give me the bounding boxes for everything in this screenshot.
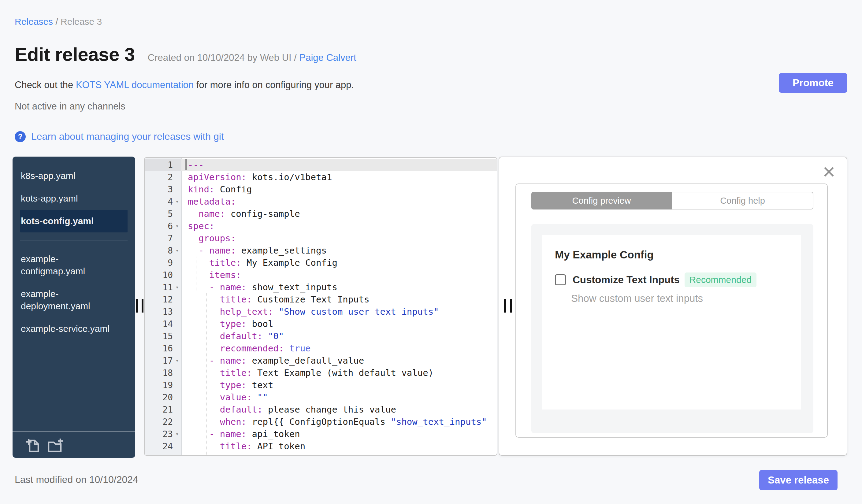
config-preview-panel: Config previewConfig help My Example Con…	[499, 157, 847, 456]
line-number: 14	[145, 318, 181, 330]
sidebar-bottom-bar	[13, 432, 135, 458]
line-number: 4▾	[145, 196, 181, 208]
doc-prefix: Check out the	[15, 80, 76, 90]
tab-config-help[interactable]: Config help	[672, 192, 813, 210]
code-line-2: apiVersion: kots.io/v1beta1	[188, 171, 332, 183]
code-line-22: when: repl{{ ConfigOptionEquals "show_te…	[188, 416, 487, 428]
add-file-icon[interactable]	[25, 437, 39, 453]
fold-arrow-icon[interactable]: ▾	[173, 431, 181, 437]
code-line-17: - name: example_default_value	[188, 355, 364, 367]
code-line-7: groups:	[188, 232, 236, 244]
panel-resize-handle[interactable]	[504, 299, 512, 313]
sidebar-item-k8s-app.yaml[interactable]: k8s-app.yaml	[20, 164, 113, 187]
code-line-20: value: ""	[188, 391, 268, 403]
last-modified-text: Last modified on 10/10/2024	[15, 474, 138, 485]
code-line-18: title: Text Example (with default value)	[188, 367, 433, 379]
line-number: 21	[145, 403, 181, 416]
sidebar-item-example-configmap.yaml[interactable]: example-configmap.yaml	[20, 248, 113, 282]
config-group-title: My Example Config	[555, 249, 654, 261]
question-mark-icon: ?	[15, 131, 26, 142]
line-number: 12	[145, 293, 181, 306]
fold-arrow-icon[interactable]: ▾	[173, 248, 181, 253]
promote-button[interactable]: Promote	[779, 73, 847, 93]
code-line-15: default: "0"	[188, 330, 284, 342]
code-line-4: metadata:	[188, 196, 236, 208]
sidebar-item-kots-config.yaml[interactable]: kots-config.yaml	[20, 210, 128, 233]
config-preview-area: My Example Config Customize Text Inputs …	[531, 224, 813, 433]
add-folder-icon[interactable]	[48, 437, 63, 453]
doc-suffix: for more info on configuring your app.	[194, 80, 354, 90]
code-line-11: - name: show_text_inputs	[188, 281, 337, 293]
code-line-24: title: API token	[188, 440, 305, 452]
code-line-10: items:	[188, 269, 241, 281]
fold-arrow-icon[interactable]: ▾	[173, 284, 181, 290]
tab-config-preview[interactable]: Config preview	[531, 192, 672, 210]
code-line-1: ---	[188, 159, 204, 171]
line-number: 15	[145, 330, 181, 342]
sidebar-item-kots-app.yaml[interactable]: kots-app.yaml	[20, 187, 113, 210]
sidebar-item-example-deployment.yaml[interactable]: example-deployment.yaml	[20, 282, 113, 317]
line-number: 17▾	[145, 355, 181, 367]
breadcrumb: Releases / Release 3	[15, 16, 102, 27]
line-number: 9	[145, 256, 181, 269]
code-line-19: type: text	[188, 379, 273, 391]
code-line-13: help_text: "Show custom user text inputs…	[188, 306, 439, 318]
line-number: 7	[145, 232, 181, 244]
code-line-8: - name: example_settings	[188, 244, 327, 256]
recommended-badge: Recommended	[684, 273, 756, 287]
config-item-help-text: Show custom user text inputs	[571, 293, 703, 304]
line-number: 25	[145, 452, 181, 456]
customize-text-inputs-checkbox[interactable]	[555, 274, 566, 285]
preview-card: Config previewConfig help My Example Con…	[515, 184, 828, 438]
code-line-14: type: bool	[188, 318, 273, 330]
line-number: 10	[145, 269, 181, 281]
line-number: 11▾	[145, 281, 181, 293]
config-item-row: Customize Text Inputs Recommended	[555, 273, 756, 287]
close-icon[interactable]	[823, 167, 835, 177]
doc-line: Check out the KOTS YAML documentation fo…	[15, 80, 354, 91]
sidebar-item-example-service.yaml[interactable]: example-service.yaml	[20, 317, 113, 340]
git-releases-link[interactable]: Learn about managing your releases with …	[31, 131, 224, 142]
kots-yaml-doc-link[interactable]: KOTS YAML documentation	[76, 80, 194, 90]
line-number: 22	[145, 416, 181, 428]
created-author-link[interactable]: Paige Calvert	[299, 52, 356, 63]
sidebar-divider	[20, 240, 128, 240]
line-number: 8▾	[145, 244, 181, 256]
line-number: 1	[145, 159, 181, 171]
code-line-21: default: please change this value	[188, 403, 396, 416]
title-row: Edit release 3 Created on 10/10/2024 by …	[15, 43, 356, 65]
line-number: 18	[145, 367, 181, 379]
text-cursor	[185, 159, 187, 170]
created-info: Created on 10/10/2024 by Web UI / Paige …	[148, 52, 356, 63]
fold-arrow-icon[interactable]: ▾	[173, 198, 181, 204]
config-form-card: My Example Config Customize Text Inputs …	[542, 235, 801, 410]
save-release-button[interactable]: Save release	[759, 470, 837, 490]
line-number: 19	[145, 379, 181, 391]
code-line-6: spec:	[188, 220, 214, 232]
breadcrumb-releases-link[interactable]: Releases	[15, 16, 53, 27]
release-editor-page: Releases / Release 3 Edit release 3 Crea…	[0, 0, 862, 504]
line-number: 20	[145, 391, 181, 403]
line-number: 23▾	[145, 428, 181, 440]
file-list: k8s-app.yamlkots-app.yamlkots-config.yam…	[13, 164, 135, 340]
fold-arrow-icon[interactable]: ▾	[173, 358, 181, 363]
yaml-editor[interactable]: 1234▾56▾78▾91011▾121314151617▾1819202122…	[144, 157, 497, 456]
line-number: 5	[145, 208, 181, 220]
code-line-9: title: My Example Config	[188, 256, 337, 269]
line-number: 16	[145, 342, 181, 355]
code-line-25: type: password	[188, 452, 295, 456]
code-line-16: recommended: true	[188, 342, 311, 355]
code-line-3: kind: Config	[188, 183, 252, 196]
sidebar-resize-handle[interactable]	[136, 299, 143, 313]
file-sidebar: k8s-app.yamlkots-app.yamlkots-config.yam…	[13, 157, 135, 458]
git-help-row: ? Learn about managing your releases wit…	[15, 131, 224, 142]
line-number: 6▾	[145, 220, 181, 232]
line-number: 3	[145, 183, 181, 196]
breadcrumb-separator: /	[55, 16, 58, 27]
config-item-label: Customize Text Inputs	[573, 274, 680, 286]
created-prefix: Created on 10/10/2024 by Web UI /	[148, 52, 297, 63]
code-line-12: title: Customize Text Inputs	[188, 293, 369, 306]
breadcrumb-current: Release 3	[61, 16, 102, 27]
code-line-5: name: config-sample	[188, 208, 300, 220]
fold-arrow-icon[interactable]: ▾	[173, 223, 181, 229]
